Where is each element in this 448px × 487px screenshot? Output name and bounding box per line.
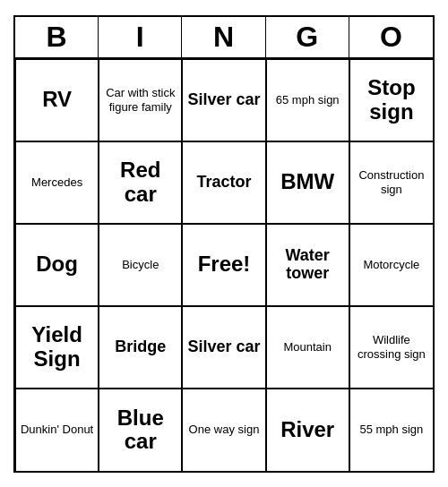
header-letter: O <box>349 17 433 57</box>
cell-label: Dunkin' Donut <box>21 423 93 437</box>
bingo-header: BINGO <box>15 17 433 59</box>
cell-label: Motorcycle <box>363 258 419 272</box>
bingo-cell[interactable]: Tractor <box>182 141 265 224</box>
cell-label: Dog <box>36 252 78 276</box>
bingo-cell[interactable]: Car with stick figure family <box>99 59 182 141</box>
cell-label: 65 mph sign <box>276 93 340 107</box>
bingo-card: BINGO RVCar with stick figure familySilv… <box>13 15 435 473</box>
header-letter: N <box>182 17 265 57</box>
cell-label: Construction sign <box>354 168 429 196</box>
bingo-cell[interactable]: Red car <box>99 141 182 224</box>
header-letter: G <box>266 17 349 57</box>
bingo-cell[interactable]: Silver car <box>182 306 265 389</box>
bingo-cell[interactable]: Water tower <box>266 224 349 306</box>
bingo-cell[interactable]: Mercedes <box>15 141 99 224</box>
cell-label: BMW <box>280 170 334 193</box>
bingo-cell[interactable]: Dunkin' Donut <box>15 389 99 471</box>
cell-label: Stop sign <box>354 76 429 124</box>
bingo-cell[interactable]: Mountain <box>266 306 349 389</box>
bingo-cell[interactable]: One way sign <box>182 389 265 471</box>
bingo-cell[interactable]: Dog <box>15 224 99 306</box>
bingo-cell[interactable]: Bridge <box>99 306 182 389</box>
cell-label: Bicycle <box>122 258 159 272</box>
cell-label: Silver car <box>187 338 260 356</box>
bingo-cell[interactable]: Free! <box>182 224 265 306</box>
cell-label: Car with stick figure family <box>103 86 177 114</box>
cell-label: Mercedes <box>31 175 82 190</box>
bingo-cell[interactable]: 55 mph sign <box>349 389 433 471</box>
cell-label: Silver car <box>187 91 260 109</box>
header-letter: B <box>15 17 99 57</box>
header-letter: I <box>99 17 182 57</box>
cell-label: Free! <box>198 252 251 276</box>
cell-label: RV <box>42 88 72 111</box>
bingo-cell[interactable]: Silver car <box>182 59 265 141</box>
bingo-cell[interactable]: Motorcycle <box>349 224 433 306</box>
bingo-cell[interactable]: 65 mph sign <box>266 59 349 141</box>
cell-label: One way sign <box>189 423 260 437</box>
bingo-grid: RVCar with stick figure familySilver car… <box>15 59 433 471</box>
cell-label: Mountain <box>283 340 331 355</box>
cell-label: Blue car <box>103 406 177 454</box>
bingo-cell[interactable]: RV <box>15 59 99 141</box>
cell-label: Bridge <box>115 338 166 356</box>
cell-label: Tractor <box>196 174 251 192</box>
bingo-cell[interactable]: River <box>266 389 349 471</box>
bingo-cell[interactable]: BMW <box>266 141 349 224</box>
bingo-cell[interactable]: Construction sign <box>349 141 433 224</box>
bingo-cell[interactable]: Yield Sign <box>15 306 99 389</box>
cell-label: Red car <box>103 158 177 206</box>
cell-label: Wildlife crossing sign <box>354 333 429 361</box>
cell-label: 55 mph sign <box>359 423 423 437</box>
bingo-cell[interactable]: Stop sign <box>349 59 433 141</box>
cell-label: Yield Sign <box>20 323 94 371</box>
cell-label: River <box>280 418 334 441</box>
cell-label: Water tower <box>271 247 345 283</box>
bingo-cell[interactable]: Blue car <box>99 389 182 471</box>
bingo-cell[interactable]: Bicycle <box>99 224 182 306</box>
bingo-cell[interactable]: Wildlife crossing sign <box>349 306 433 389</box>
